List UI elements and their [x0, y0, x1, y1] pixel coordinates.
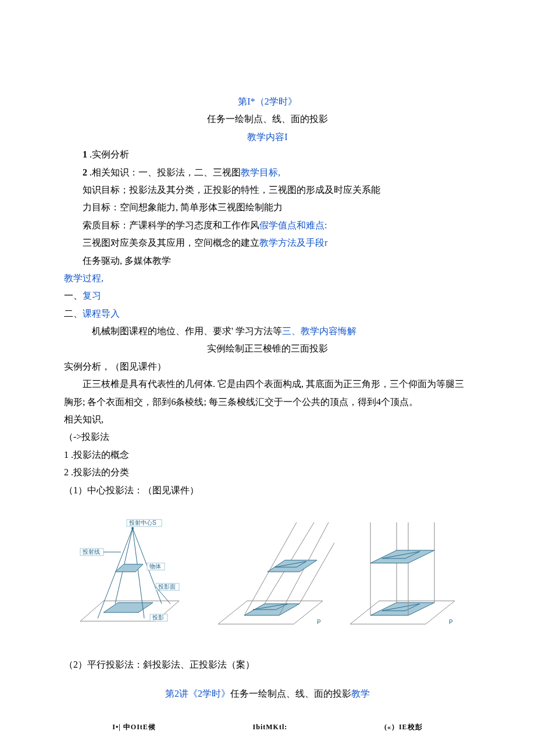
- list-item: 2 .相关知识：一、投影法，二、三视图教学目标,: [64, 164, 471, 181]
- teaching-goal-label: 教学目标,: [241, 167, 280, 177]
- bottom-captions: I•| 中OItE候 IbitMKtl: («）IE校彭: [64, 721, 471, 734]
- caption-3: («）IE校彭: [384, 721, 423, 734]
- pm-parallel-method: （2）平行投影法：斜投影法、正投影法（案）: [64, 656, 471, 673]
- svg-marker-22: [268, 560, 317, 572]
- difficulty-label: 假学值点和难点:: [259, 220, 327, 230]
- label-plane: 投影面: [158, 583, 176, 590]
- example-title: 实例绘制正三梭锥的三面投影: [64, 340, 471, 357]
- central-projection-icon: 投射中心S 投射线 物体 投影面 投影: [69, 517, 202, 633]
- intro-text: 机械制图课程的地位、作用、要求' 学习方法等: [92, 326, 282, 336]
- intro-heading: 二、课程导入: [64, 305, 471, 323]
- intro-content: 机械制图课程的地位、作用、要求' 学习方法等三、教学内容悔解: [64, 323, 471, 340]
- label-ray: 投射线: [82, 549, 100, 555]
- review-label: 复习: [83, 291, 101, 300]
- svg-text:P: P: [317, 619, 321, 625]
- knowledge-target: 知识目标；投影法及其分类，正投影的特性，三视图的形成及时应关系能: [64, 181, 471, 199]
- intro-label: 课程导入: [83, 309, 120, 318]
- svg-marker-32: [370, 550, 434, 563]
- lecture2-header: 第2讲《2学时》: [165, 689, 230, 698]
- lecture2-line: 第2讲《2学时》任务一绘制点、线、面的投影教学: [64, 685, 471, 703]
- task-title: 任务一绘制点、线、面的投影: [64, 110, 471, 128]
- lecture2-teach: 教学: [351, 689, 370, 698]
- content-explain-label: 三、教学内容悔解: [282, 326, 356, 336]
- projection-diagrams: 投射中心S 投射线 物体 投影面 投影 P: [64, 517, 471, 633]
- pm-center-method: （1）中心投影法：（图见课件）: [64, 482, 471, 499]
- three-view-text: 三视图对应美奈及其应用，空间概念的建立: [83, 238, 259, 248]
- item-number: 1: [83, 149, 87, 159]
- svg-text:P: P: [449, 619, 453, 625]
- lecture-header: 第I*（2学时》: [64, 93, 471, 110]
- review-heading: 一、复习: [64, 287, 471, 304]
- svg-marker-6: [115, 564, 143, 572]
- quality-target: 索质目标：产课科学的学习态度和工作作风假学值点和难点:: [64, 217, 471, 234]
- related-knowledge: 相关知识,: [64, 411, 471, 428]
- label-shadow: 投影: [152, 614, 164, 621]
- item-number: 2: [83, 167, 87, 177]
- orthographic-projection-icon: P: [344, 517, 466, 633]
- lecture2-task: 任务一绘制点、线、面的投影: [230, 689, 351, 698]
- ability-target: 力目标：空间想象能力, 简单形体三视图绘制能力: [64, 199, 471, 216]
- pm-classify: 2 .投影法的分类: [64, 464, 471, 481]
- item-text: .相关知识：一、投影法，二、三视图: [87, 167, 241, 177]
- quality-text: 索质目标：产课科学的学习态度和工作作风: [83, 220, 259, 230]
- oblique-projection-icon: P: [212, 517, 334, 633]
- caption-2: IbitMKtl:: [253, 721, 288, 734]
- svg-point-7: [131, 527, 134, 529]
- pm-concept: 1 .投影法的概念: [64, 446, 471, 464]
- item-text: .实例分析: [87, 149, 129, 159]
- method-label: 教学方法及手段r: [259, 238, 327, 248]
- intro-num: 二、: [64, 309, 83, 318]
- projection-method-heading: （->投影法: [64, 428, 471, 446]
- example-analysis: 实例分析，（图见课件）: [64, 358, 471, 375]
- label-center: 投射中心S: [129, 519, 156, 526]
- three-view-line: 三视图对应美奈及其应用，空间概念的建立教学方法及手段r: [64, 234, 471, 252]
- caption-1: I•| 中OItE候: [112, 721, 156, 734]
- teaching-process-label: 教学过程,: [64, 270, 471, 287]
- review-num: 一、: [64, 291, 83, 300]
- list-item: 1 .实例分析: [64, 146, 471, 163]
- task-driven: 任务驱动, 多媒体教学: [64, 252, 471, 270]
- paragraph: 正三枝椎是具有代表性的几何体. 它是由四个表面构成, 其底面为正三角形，三个仰面…: [64, 375, 471, 411]
- section-content-label: 教学内容I: [64, 128, 471, 146]
- label-object: 物体: [149, 563, 161, 569]
